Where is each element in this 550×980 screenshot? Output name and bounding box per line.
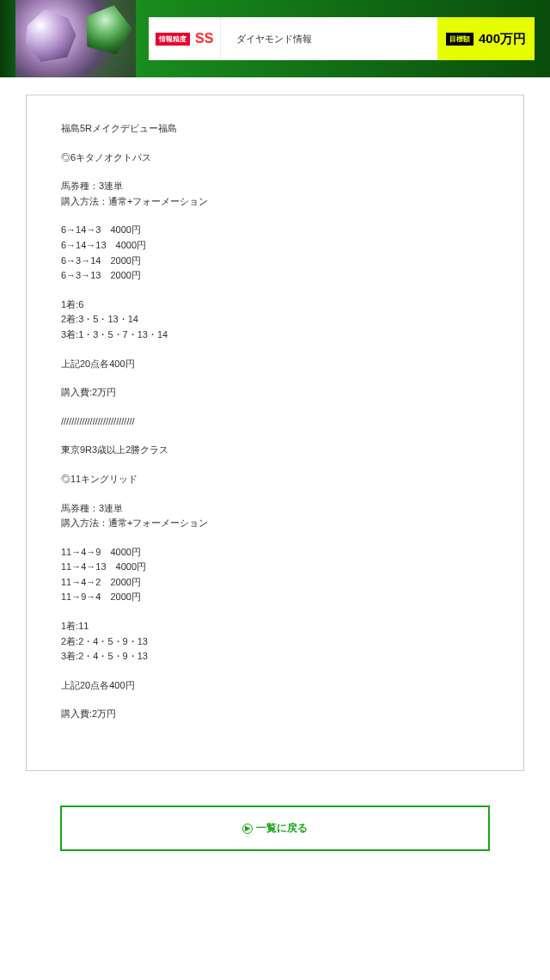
content-wrapper: 福島5Rメイクデビュー福島 ◎6キタノオクトパス 馬券種：3連単 購入方法：通常… <box>0 77 550 788</box>
grade-text: SS <box>195 31 213 46</box>
section-divider: //////////////////////////// <box>61 414 489 430</box>
hero-content: 情報精度 SS ダイヤモンド情報 目標額 400万円 <box>149 17 535 60</box>
target-amount: 400万円 <box>479 31 526 47</box>
race1-title: 福島5Rメイクデビュー福島 <box>61 121 489 137</box>
target-badge: 目標額 <box>446 33 474 46</box>
race2-bets: 11→4→9 4000円 11→4→13 4000円 11→4→2 2000円 … <box>61 545 489 605</box>
race2-pick: ◎11キングリッド <box>61 472 489 487</box>
race2-title: 東京9R3歳以上2勝クラス <box>61 443 489 458</box>
info-title: ダイヤモンド情報 <box>220 17 437 60</box>
race2-cost: 購入費:2万円 <box>61 707 489 722</box>
arrow-right-circle-icon: ▶ <box>242 824 253 834</box>
race1-summary: 上記20点各400円 <box>61 357 489 372</box>
hero-banner: 情報精度 SS ダイヤモンド情報 目標額 400万円 <box>0 0 550 77</box>
race2-placings: 1着:11 2着:2・4・5・9・13 3着:2・4・5・9・13 <box>61 619 489 665</box>
race2-summary: 上記20点各400円 <box>61 678 489 694</box>
hero-diamond-image <box>15 0 136 77</box>
race2-type: 馬券種：3連単 購入方法：通常+フォーメーション <box>61 501 489 531</box>
race1-cost: 購入費:2万円 <box>61 385 489 401</box>
race1-bets: 6→14→3 4000円 6→14→13 4000円 6→3→14 2000円 … <box>61 223 489 283</box>
race1-type: 馬券種：3連単 購入方法：通常+フォーメーション <box>61 179 489 209</box>
race1-placings: 1着:6 2着:3・5・13・14 3着:1・3・5・7・13・14 <box>61 297 489 343</box>
target-box: 目標額 400万円 <box>437 17 535 60</box>
race1-pick: ◎6キタノオクトパス <box>61 150 489 166</box>
back-to-list-button[interactable]: ▶ 一覧に戻る <box>60 805 490 851</box>
accuracy-badge: 情報精度 <box>156 33 190 46</box>
content-box: 福島5Rメイクデビュー福島 ◎6キタノオクトパス 馬券種：3連単 購入方法：通常… <box>26 95 524 771</box>
accuracy-box: 情報精度 SS <box>149 17 220 60</box>
back-button-label: 一覧に戻る <box>256 821 308 836</box>
